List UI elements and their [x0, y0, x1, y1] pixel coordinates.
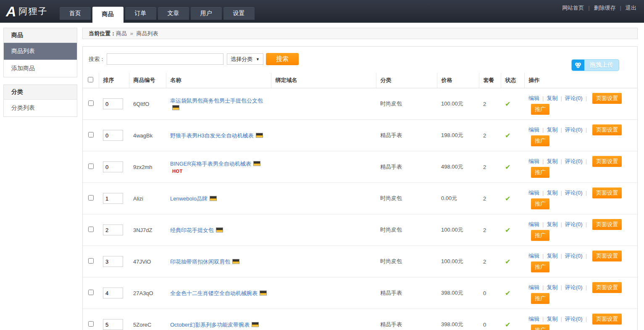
breadcrumb-parent-link[interactable]: 商品: [116, 30, 127, 37]
sidebar-item-add-product[interactable]: 添加商品: [4, 60, 77, 77]
copy-link[interactable]: 复制: [547, 253, 557, 259]
comments-link[interactable]: 评论(0): [565, 158, 583, 164]
site-home-link[interactable]: 网站首页: [562, 5, 584, 11]
tab-orders[interactable]: 订单: [125, 7, 156, 20]
page-setup-button[interactable]: 页面设置: [592, 282, 622, 293]
comments-link[interactable]: 评论(0): [565, 190, 583, 196]
sort-input[interactable]: [103, 98, 123, 109]
status-enabled-icon[interactable]: ✔: [505, 290, 510, 297]
row-checkbox[interactable]: [88, 164, 94, 169]
clear-cache-link[interactable]: 删除缓存: [594, 5, 616, 11]
edit-link[interactable]: 编辑: [528, 158, 539, 164]
comments-link[interactable]: 评论(0): [565, 316, 583, 322]
copy-link[interactable]: 复制: [547, 284, 557, 290]
copy-link[interactable]: 复制: [547, 221, 557, 227]
sidebar-item-product-list[interactable]: 商品列表: [4, 43, 77, 60]
row-checkbox[interactable]: [88, 290, 94, 295]
copy-link[interactable]: 复制: [547, 190, 557, 196]
copy-link[interactable]: 复制: [547, 95, 557, 101]
divider: |: [542, 253, 544, 259]
col-header-name: 名称: [166, 73, 271, 88]
page-setup-button[interactable]: 页面设置: [592, 187, 622, 198]
status-enabled-icon[interactable]: ✔: [505, 195, 510, 202]
sort-input[interactable]: [103, 224, 123, 235]
row-checkbox[interactable]: [88, 132, 94, 137]
edit-link[interactable]: 编辑: [528, 221, 539, 227]
sort-input[interactable]: [103, 319, 123, 330]
promote-button[interactable]: 推广: [531, 104, 549, 115]
content-panel: 搜索： 选择分类 ▼ 搜索 拖拽上传: [82, 46, 638, 330]
product-name-link[interactable]: Lenwebolo品牌: [170, 195, 208, 202]
copy-link[interactable]: 复制: [547, 158, 557, 164]
page-setup-button[interactable]: 页面设置: [592, 156, 622, 167]
sort-input[interactable]: [103, 161, 123, 172]
sort-input[interactable]: [103, 256, 123, 267]
status-enabled-icon[interactable]: ✔: [505, 227, 510, 234]
sidebar-item-category-list[interactable]: 分类列表: [4, 100, 77, 116]
status-enabled-icon[interactable]: ✔: [505, 321, 510, 328]
comments-link[interactable]: 评论(0): [565, 127, 583, 133]
edit-link[interactable]: 编辑: [528, 284, 539, 290]
edit-link[interactable]: 编辑: [528, 127, 539, 133]
row-checkbox[interactable]: [88, 100, 94, 106]
promote-button[interactable]: 推广: [531, 167, 549, 178]
logout-link[interactable]: 退出: [626, 5, 636, 11]
status-enabled-icon[interactable]: ✔: [505, 258, 510, 265]
promote-button[interactable]: 推广: [531, 135, 549, 146]
sort-input[interactable]: [103, 288, 123, 298]
edit-link[interactable]: 编辑: [528, 95, 539, 101]
status-enabled-icon[interactable]: ✔: [505, 100, 510, 108]
page-setup-button[interactable]: 页面设置: [592, 219, 622, 230]
edit-link[interactable]: 编辑: [528, 190, 539, 196]
product-name-link[interactable]: 全金色十二生肖镂空全自动机械腕表: [170, 290, 258, 296]
divider: |: [586, 221, 587, 227]
edit-link[interactable]: 编辑: [528, 316, 539, 322]
copy-link[interactable]: 复制: [547, 316, 557, 322]
edit-link[interactable]: 编辑: [528, 253, 539, 259]
promote-button[interactable]: 推广: [531, 293, 549, 304]
search-button[interactable]: 搜索: [266, 53, 299, 65]
product-name-link[interactable]: 经典印花手提女包: [170, 227, 214, 233]
product-name-link[interactable]: BINGER宾格手表男全自动机械表: [170, 161, 251, 167]
col-header-sort: 排序: [99, 73, 129, 88]
product-price: 398.00元: [437, 277, 479, 309]
row-checkbox[interactable]: [88, 321, 94, 327]
promote-button[interactable]: 推广: [531, 325, 549, 330]
promote-button[interactable]: 推广: [531, 230, 549, 241]
page-setup-button[interactable]: 页面设置: [592, 314, 622, 325]
copy-link[interactable]: 复制: [547, 127, 557, 133]
product-package: 2: [479, 120, 501, 151]
status-enabled-icon[interactable]: ✔: [505, 164, 510, 171]
tab-home[interactable]: 首页: [60, 7, 91, 20]
tab-articles[interactable]: 文章: [158, 7, 189, 20]
promote-button[interactable]: 推广: [531, 198, 549, 209]
page-setup-button[interactable]: 页面设置: [592, 124, 622, 135]
product-code: 6QItfO: [129, 88, 166, 120]
tab-users[interactable]: 用户: [191, 7, 222, 20]
sort-input[interactable]: [103, 193, 123, 204]
product-name-link[interactable]: 野狼手表男H3自发光全自动机械表: [170, 132, 254, 139]
product-name-link[interactable]: 幸运袋鼠男包商务包男士手提包公文包: [170, 98, 263, 104]
search-input[interactable]: [107, 53, 223, 65]
row-checkbox[interactable]: [88, 258, 94, 264]
drag-upload-button[interactable]: 拖拽上传: [572, 60, 619, 71]
page-setup-button[interactable]: 页面设置: [592, 251, 622, 261]
status-enabled-icon[interactable]: ✔: [505, 132, 510, 139]
comments-link[interactable]: 评论(0): [565, 253, 583, 259]
product-name-link[interactable]: 印花抽带搭扣休闲双肩包: [170, 259, 230, 265]
sort-input[interactable]: [103, 130, 123, 141]
tab-settings[interactable]: 设置: [223, 7, 255, 20]
page-setup-button[interactable]: 页面设置: [592, 93, 622, 104]
app-logo: A 阿狸子: [0, 0, 60, 23]
tab-products[interactable]: 商品: [92, 7, 124, 23]
comments-link[interactable]: 评论(0): [565, 284, 583, 290]
col-header-package: 套餐: [479, 73, 501, 88]
promote-button[interactable]: 推广: [531, 261, 549, 272]
select-all-checkbox[interactable]: [88, 77, 93, 82]
comments-link[interactable]: 评论(0): [565, 95, 583, 101]
comments-link[interactable]: 评论(0): [565, 221, 583, 227]
category-select[interactable]: 选择分类 ▼: [227, 53, 263, 65]
row-checkbox[interactable]: [88, 227, 94, 232]
row-checkbox[interactable]: [88, 195, 94, 201]
product-name-link[interactable]: October幻影系列多功能皮带腕表: [170, 322, 250, 328]
